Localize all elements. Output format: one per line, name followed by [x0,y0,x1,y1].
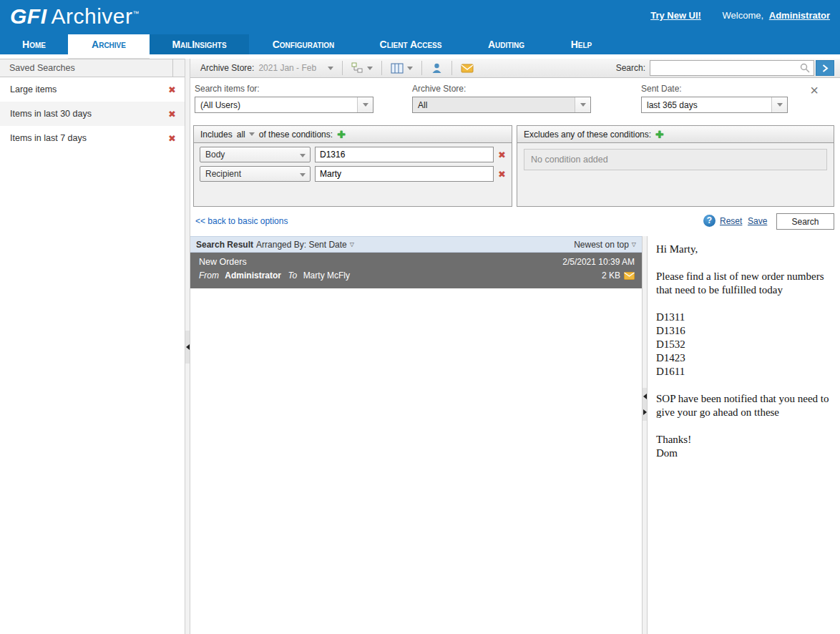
includes-conditions-panel: Includes all of these conditions: ✚ Body… [193,125,512,207]
search-button[interactable]: Search [776,213,834,230]
search-input[interactable] [650,60,814,76]
email-body-line: Please find a list of new order numbers … [656,270,831,297]
search-actions-row: << back to basic options ? Reset Save Se… [190,213,840,230]
condition-field-value: Body [200,150,296,160]
arranged-by-label: Arranged By: Sent Date [256,240,347,250]
chevron-down-icon [249,132,255,136]
toolbar-separator [451,61,452,75]
includes-suffix: of these conditions: [259,130,333,140]
delete-saved-search-icon[interactable]: ✖ [168,109,176,119]
condition-value-input[interactable] [315,166,494,182]
search-icon [800,63,810,73]
condition-field-value: Recipient [200,169,296,179]
email-body-line: D1316 [656,324,831,338]
tab-client-access[interactable]: Client Access [358,34,464,54]
sidebar-collapse-handle[interactable] [185,331,190,364]
reset-link[interactable]: Reset [720,216,742,226]
chevron-down-icon [771,97,787,112]
email-body-line: D1423 [656,351,831,365]
includes-mode-value: all [237,130,245,140]
results-list-empty-area [190,288,642,634]
envelope-icon [461,63,474,73]
saved-searches-title: Saved Searches [9,63,75,73]
main-nav: Home Archive MailInsights Configuration … [0,34,840,54]
arranged-by-dropdown[interactable]: Arranged By: Sent Date ▽ [256,240,354,250]
email-body-line: D1311 [656,311,831,324]
includes-panel-header: Includes all of these conditions: ✚ [194,126,512,143]
tab-archive[interactable]: Archive [68,34,150,54]
tab-auditing[interactable]: Auditing [464,34,549,54]
excludes-conditions-panel: Excludes any of these conditions: ✚ No c… [517,125,834,207]
email-body-line: D1611 [656,365,831,379]
mail-item-icon [624,272,635,280]
administrator-link[interactable]: Administrator [769,10,830,21]
remove-condition-icon[interactable]: ✖ [498,170,506,179]
include-condition-row: Recipient ✖ [200,166,506,182]
condition-value-input[interactable] [315,147,494,162]
saved-search-last-30-days[interactable]: Items in last 30 days ✖ [0,102,185,126]
chevron-down-icon [357,97,373,112]
archive-store-filter: Archive Store: All [412,84,591,113]
person-icon [431,62,443,74]
saved-searches-header-cell [172,59,185,77]
includes-mode-dropdown[interactable]: all [237,130,255,140]
saved-search-label: Items in last 30 days [10,109,168,119]
sort-down-icon: ▽ [350,241,354,248]
folder-view-button[interactable] [347,60,377,76]
delete-saved-search-icon[interactable]: ✖ [168,134,176,143]
delete-saved-search-icon[interactable]: ✖ [168,85,176,94]
email-body-line [656,256,831,270]
include-condition-row: Body ✖ [200,147,506,162]
condition-field-select[interactable]: Recipient [200,166,311,182]
tab-mailinsights[interactable]: MailInsights [150,34,249,54]
remove-condition-icon[interactable]: ✖ [498,150,506,160]
condition-field-select[interactable]: Body [200,147,311,162]
sidebar-splitter[interactable] [185,59,190,634]
main-content: Archive Store: 2021 Jan - Feb [190,59,840,634]
archive-store-dropdown-button[interactable] [323,64,338,72]
saved-search-last-7-days[interactable]: Items in last 7 days ✖ [0,126,185,150]
email-body-line: Thanks! [656,433,831,447]
tab-configuration[interactable]: Configuration [249,34,358,54]
archive-store-filter-label: Archive Store: [412,84,591,94]
user-view-button[interactable] [426,60,447,76]
collapse-left-icon [186,344,190,350]
tab-home[interactable]: Home [0,34,68,54]
try-new-ui-link[interactable]: Try New UI! [650,10,701,21]
add-include-condition-icon[interactable]: ✚ [337,129,346,140]
search-items-for-label: Search items for: [195,84,373,94]
add-exclude-condition-icon[interactable]: ✚ [655,129,664,140]
back-to-basic-options-link[interactable]: << back to basic options [195,216,288,226]
result-item-new-orders[interactable]: New Orders 2/5/2021 10:39 AM From Admini… [190,253,642,288]
close-advanced-search-icon[interactable]: × [810,83,819,97]
saved-search-large-items[interactable]: Large items ✖ [0,77,185,102]
column-layout-button[interactable] [386,61,417,76]
email-preview-pane: Hi Marty, Please find a list of new orde… [648,236,840,634]
sent-date-select[interactable]: last 365 days [641,97,788,113]
email-body-line [656,419,831,433]
save-link[interactable]: Save [748,216,767,226]
search-items-for-filter: Search items for: (All Users) [195,84,373,113]
hierarchy-view-icon [351,62,363,74]
chevron-down-icon [367,67,373,70]
sort-order-dropdown[interactable]: Newest on top ▽ [574,240,636,250]
mail-view-button[interactable] [456,61,478,75]
archive-store-select[interactable]: All [412,97,591,113]
from-value: Administrator [225,270,281,281]
toolbar-separator [421,61,422,75]
collapse-left-icon [643,394,647,399]
trademark-symbol: ™ [133,10,140,17]
help-icon[interactable]: ? [703,215,716,227]
search-result-title: Search Result [196,240,253,250]
email-body-line [656,297,831,311]
preview-splitter[interactable] [642,236,648,634]
search-go-button[interactable] [816,60,834,76]
archive-store-toolbar-value: 2021 Jan - Feb [258,63,316,73]
tab-help[interactable]: Help [549,34,614,54]
archive-store-value: All [413,100,575,110]
archive-toolbar: Archive Store: 2021 Jan - Feb [190,59,840,78]
search-result-header: Search Result Arranged By: Sent Date ▽ N… [190,236,642,253]
preview-collapse-handle[interactable] [643,388,647,421]
chevron-down-icon [296,150,310,160]
search-items-for-select[interactable]: (All Users) [195,97,373,113]
